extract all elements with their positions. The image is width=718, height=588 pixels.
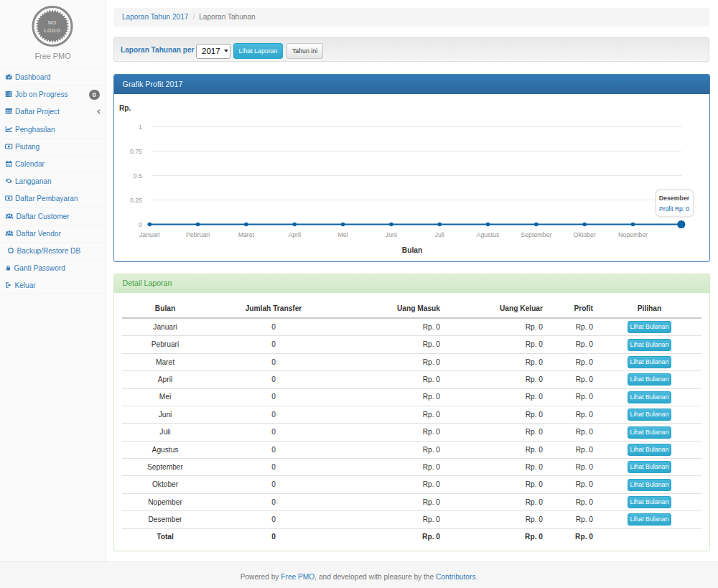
svg-text:Juni: Juni: [386, 230, 397, 238]
svg-text:Mei: Mei: [338, 230, 348, 238]
svg-text:Bulan: Bulan: [402, 246, 422, 254]
svg-text:0.5: 0.5: [134, 172, 142, 179]
svg-text:1: 1: [139, 123, 142, 130]
svg-text:Oktober: Oktober: [574, 230, 596, 238]
svg-text:0.25: 0.25: [130, 196, 142, 203]
svg-text:Pebruari: Pebruari: [186, 230, 210, 238]
svg-text:0: 0: [139, 220, 142, 228]
svg-text:September: September: [521, 230, 551, 238]
svg-text:NO: NO: [48, 20, 57, 25]
svg-text:LOGO: LOGO: [44, 28, 61, 33]
svg-text:Rp.: Rp.: [119, 104, 131, 112]
svg-text:Maret: Maret: [238, 230, 255, 238]
svg-text:0.75: 0.75: [130, 147, 142, 154]
svg-text:Nopember: Nopember: [618, 230, 648, 238]
svg-text:Agustus: Agustus: [477, 230, 500, 238]
svg-text:Juli: Juli: [435, 230, 444, 238]
svg-text:April: April: [288, 230, 301, 238]
svg-text:Januari: Januari: [139, 230, 160, 238]
